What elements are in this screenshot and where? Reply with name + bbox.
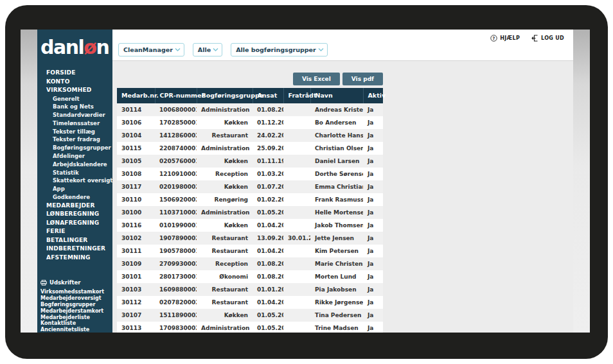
cell-cpr-nummer: 1006800001 bbox=[155, 103, 197, 116]
cell-navn: Jette Jensen bbox=[310, 232, 363, 245]
cell-fratr-dt bbox=[283, 219, 310, 232]
cell-cpr-nummer: 1709830002 bbox=[155, 322, 197, 333]
table-row-employee-30115[interactable]: 301152208740001Administration25.09.2003C… bbox=[117, 142, 383, 155]
sidebar-item-standardv-rdier[interactable]: Standardværdier bbox=[37, 111, 112, 119]
sidebar-item-bogf-ringsgrupper[interactable]: Bogføringsgrupper bbox=[37, 144, 112, 152]
stage: danløn FORSIDEKONTOVIRKSOMHEDGenereltBan… bbox=[0, 0, 613, 364]
cell-cpr-nummer: 1412860002 bbox=[155, 129, 197, 142]
sidebar-item-app[interactable]: App bbox=[37, 185, 112, 193]
logout-link[interactable]: LOG UD bbox=[531, 35, 564, 42]
cell-bogf-ringsgruppe: Administration bbox=[197, 322, 253, 333]
sidebar-item-betalinger[interactable]: BETALINGER bbox=[37, 236, 112, 245]
print-link-bogf-ringsgrupper[interactable]: Bogføringsgrupper bbox=[37, 302, 112, 308]
vis-pdf-button[interactable]: Vis pdf bbox=[342, 73, 383, 85]
print-link-virksomhedsstamkort[interactable]: Virksomhedsstamkort bbox=[37, 289, 112, 295]
column-header-navn: Navn bbox=[310, 88, 363, 103]
cell-ansat: 01.12.2007 bbox=[253, 116, 283, 129]
cell-ansat: 01.02.2012 bbox=[253, 193, 283, 206]
cell-bogf-ringsgruppe: Køkken bbox=[197, 116, 253, 129]
cell-navn: Dorthe Sørensen bbox=[310, 168, 363, 180]
table-row-employee-30111[interactable]: 301111905780001Restaurant01.04.2002Kim P… bbox=[117, 245, 383, 257]
cell-fratr-dt: 30.01.2020 bbox=[283, 232, 310, 245]
sidebar-item-timel-nssatser[interactable]: Timelønssatser bbox=[37, 119, 112, 128]
sidebar-item-afdelinger[interactable]: Afdelinger bbox=[37, 152, 112, 160]
column-header-aktiv: Aktiv bbox=[363, 88, 383, 103]
table-row-employee-30102[interactable]: 301021907890002Restaurant13.09.201830.01… bbox=[117, 232, 383, 245]
cell-aktiv: Ja bbox=[363, 257, 383, 270]
table-row-employee-30100[interactable]: 301001103710002Administration01.05.2000H… bbox=[117, 206, 383, 219]
table-header-row: Medarb.nr.CPR-nummerBogføringsgruppeAnsa… bbox=[117, 88, 383, 103]
table-row-employee-30116[interactable]: 301160101990001Køkken01.04.2013Jakob Tho… bbox=[117, 219, 383, 232]
sidebar-item-indberetninger[interactable]: INDBERETNINGER bbox=[37, 245, 112, 254]
table-row-employee-30105[interactable]: 301050205760001Køkken01.11.1994Daniel La… bbox=[117, 155, 383, 168]
sidebar-item-l-nberegning[interactable]: LØNBEREGNING bbox=[37, 210, 112, 219]
help-link[interactable]: ? HJÆLP bbox=[490, 35, 520, 42]
cell-fratr-dt bbox=[283, 206, 310, 219]
danlon-app: danløn FORSIDEKONTOVIRKSOMHEDGenereltBan… bbox=[37, 30, 573, 333]
sidebar-item-godkendere[interactable]: Godkendere bbox=[37, 193, 112, 202]
cell-bogf-ringsgruppe: Reception bbox=[197, 168, 253, 180]
sidebar-item-generelt[interactable]: Generelt bbox=[37, 95, 112, 103]
topbar: CleanManagerAlleAlle bogføringsgrupper ?… bbox=[112, 30, 573, 61]
sidebar-item-arbejdskalendere[interactable]: Arbejdskalendere bbox=[37, 160, 112, 169]
table-row-employee-30103[interactable]: 301031609880002Restaurant01.01.2012Pia J… bbox=[117, 283, 383, 296]
cell-bogf-ringsgruppe: Administration bbox=[197, 206, 253, 219]
filter-dropdown-alle[interactable]: Alle bbox=[193, 43, 222, 56]
sidebar-item-bank-og-nets[interactable]: Bank og Nets bbox=[37, 103, 112, 111]
main-area: CleanManagerAlleAlle bogføringsgrupper ?… bbox=[112, 30, 573, 333]
sidebar-item-medarbejder[interactable]: MEDARBEJDER bbox=[37, 202, 112, 211]
sidebar-item-konto[interactable]: KONTO bbox=[37, 78, 112, 87]
cell-navn: Frank Rasmussen bbox=[310, 193, 363, 206]
sidebar-item-skattekort-oversigt[interactable]: Skattekort oversigt bbox=[37, 177, 112, 185]
dropdown-value: Alle bbox=[198, 46, 211, 53]
sidebar-item-virksomhed[interactable]: VIRKSOMHED bbox=[37, 86, 112, 95]
sidebar-item-tekster-fradrag[interactable]: Tekster fradrag bbox=[37, 135, 112, 144]
chevron-down-icon bbox=[318, 48, 324, 52]
filter-dropdown-cleanmanager[interactable]: CleanManager bbox=[118, 43, 184, 56]
cell-medarb-nr: 30104 bbox=[117, 129, 155, 142]
print-link-medarbejderstamkort[interactable]: Medarbejderstamkort bbox=[37, 308, 112, 315]
dropdown-value: Alle bogføringsgrupper bbox=[236, 46, 316, 53]
table-row-employee-30104[interactable]: 301041412860002Restaurant24.02.2013Charl… bbox=[117, 129, 383, 142]
sidebar-item-afstemning[interactable]: AFSTEMNING bbox=[37, 254, 112, 263]
table-row-employee-30112[interactable]: 301120207820002Restaurant01.04.2002Rikke… bbox=[117, 296, 383, 309]
prints-header: Udskrifter bbox=[37, 279, 112, 286]
cell-aktiv: Ja bbox=[363, 142, 383, 155]
print-link-medarbejderliste[interactable]: Medarbejderliste bbox=[37, 315, 112, 321]
cell-medarb-nr: 30101 bbox=[117, 270, 155, 283]
print-link-anciennitetsliste[interactable]: Anciennitetsliste bbox=[37, 327, 112, 333]
filter-dropdown-alle-bogf-ringsgrupper[interactable]: Alle bogføringsgrupper bbox=[231, 43, 328, 56]
cell-cpr-nummer: 0205760001 bbox=[155, 155, 197, 168]
vis-excel-button[interactable]: Vis Excel bbox=[293, 73, 340, 85]
table-row-employee-30101[interactable]: 301012801730001Økonomi01.08.2001Morten L… bbox=[117, 270, 383, 283]
cell-ansat: 01.08.2001 bbox=[253, 103, 283, 116]
cell-aktiv: Ja bbox=[363, 155, 383, 168]
print-link-kontaktliste[interactable]: Kontaktliste bbox=[37, 320, 112, 327]
cell-fratr-dt bbox=[283, 309, 310, 322]
logout-label: LOG UD bbox=[541, 35, 564, 41]
cell-cpr-nummer: 1506920002 bbox=[155, 193, 197, 206]
table-row-employee-30110[interactable]: 301101506920002Rengøring01.02.2012Frank … bbox=[117, 193, 383, 206]
cell-navn: Emma Christiansen bbox=[310, 180, 363, 193]
cell-ansat: 01.04.2002 bbox=[253, 245, 283, 257]
column-header-ansat: Ansat bbox=[253, 88, 283, 103]
sidebar-item-tekster-till-g[interactable]: Tekster tillæg bbox=[37, 128, 112, 136]
table-row-employee-30107[interactable]: 301071511890002Køkken01.05.2008Tina Pede… bbox=[117, 309, 383, 322]
table-row-employee-30109[interactable]: 301092709930002Reception01.08.2013Marie … bbox=[117, 257, 383, 270]
table-row-employee-30106[interactable]: 301061702850001Køkken01.12.2007Bo Anders… bbox=[117, 116, 383, 129]
print-link-medarbejderoversigt[interactable]: Medarbejderoversigt bbox=[37, 295, 112, 302]
sidebar-item-ferie[interactable]: FERIE bbox=[37, 227, 112, 236]
cell-medarb-nr: 30109 bbox=[117, 257, 155, 270]
sidebar-item-forside[interactable]: FORSIDE bbox=[37, 69, 112, 78]
chevron-down-icon bbox=[213, 48, 218, 52]
cell-ansat: 13.09.2018 bbox=[253, 232, 283, 245]
table-row-employee-30108[interactable]: 301081210910002Reception01.03.2012Dorthe… bbox=[117, 168, 383, 180]
sidebar-item-statistik[interactable]: Statistik bbox=[37, 169, 112, 177]
logout-icon bbox=[531, 35, 538, 42]
table-row-employee-30117[interactable]: 301170201980002Køkken01.07.2013Emma Chri… bbox=[117, 180, 383, 193]
table-row-employee-30113[interactable]: 301131709830002Administration01.05.2005T… bbox=[117, 322, 383, 333]
logo-text-suffix: n bbox=[96, 36, 109, 58]
table-row-employee-30114[interactable]: 301141006800001Administration01.08.2001A… bbox=[117, 103, 383, 116]
sidebar-item-l-nafregning[interactable]: LØNAFREGNING bbox=[37, 219, 112, 228]
cell-cpr-nummer: 1609880002 bbox=[155, 283, 197, 296]
